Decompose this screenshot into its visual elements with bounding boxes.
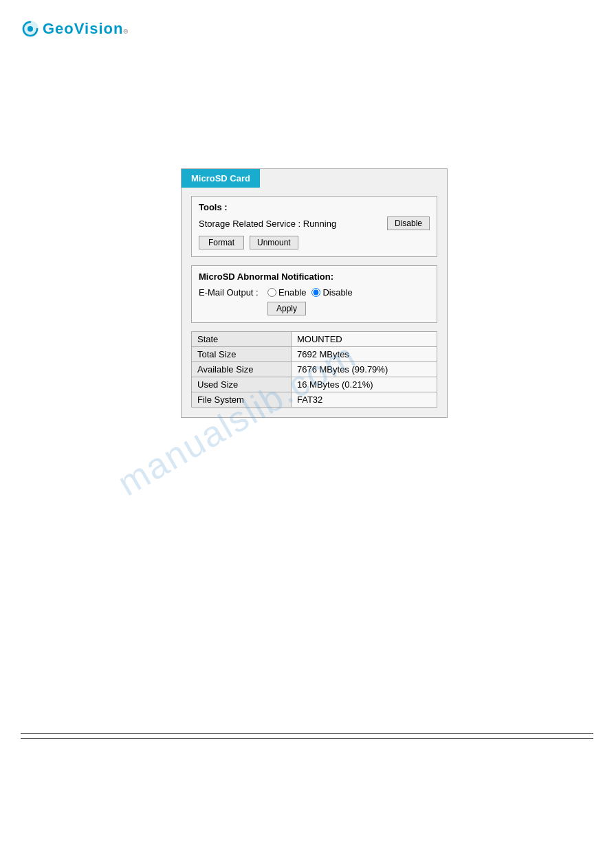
table-cell-label: File System xyxy=(192,392,292,408)
apply-row: Apply xyxy=(267,302,430,315)
table-row: StateMOUNTED xyxy=(192,332,437,347)
tools-section: Tools : Storage Related Service : Runnin… xyxy=(191,196,437,257)
logo: GeoVision ® xyxy=(21,19,128,38)
geovision-logo-icon xyxy=(21,19,40,38)
enable-option[interactable]: Enable xyxy=(267,287,306,298)
info-table: StateMOUNTEDTotal Size7692 MBytesAvailab… xyxy=(191,331,437,408)
table-cell-label: Available Size xyxy=(192,362,292,377)
bottom-divider-2 xyxy=(21,738,593,739)
microsd-tab[interactable]: MicroSD Card xyxy=(182,169,260,188)
tab-title: MicroSD Card xyxy=(191,173,250,183)
table-row: File SystemFAT32 xyxy=(192,392,437,408)
notification-title: MicroSD Abnormal Notification: xyxy=(199,271,430,282)
radio-group: Enable Disable xyxy=(267,287,353,298)
table-row: Used Size16 MBytes (0.21%) xyxy=(192,377,437,392)
table-cell-value: FAT32 xyxy=(292,392,437,408)
table-cell-value: MOUNTED xyxy=(292,332,437,347)
disable-radio[interactable] xyxy=(311,288,320,297)
table-cell-label: Used Size xyxy=(192,377,292,392)
bottom-divider-1 xyxy=(21,733,593,735)
table-cell-label: State xyxy=(192,332,292,347)
enable-label: Enable xyxy=(278,287,306,298)
service-row: Storage Related Service : Running Disabl… xyxy=(199,216,430,230)
enable-radio[interactable] xyxy=(267,288,276,297)
disable-button[interactable]: Disable xyxy=(387,216,430,230)
tools-label: Tools : xyxy=(199,202,430,212)
email-row: E-Mail Output : Enable Disable xyxy=(199,287,430,298)
action-buttons-row: Format Unmount xyxy=(199,236,430,249)
table-cell-value: 7676 MBytes (99.79%) xyxy=(292,362,437,377)
apply-button[interactable]: Apply xyxy=(267,302,306,315)
table-row: Available Size7676 MBytes (99.79%) xyxy=(192,362,437,377)
service-status-label: Storage Related Service : Running xyxy=(199,219,336,229)
disable-label: Disable xyxy=(322,287,352,298)
svg-point-1 xyxy=(28,26,33,32)
unmount-button[interactable]: Unmount xyxy=(250,236,298,249)
logo-reg: ® xyxy=(123,28,128,35)
table-cell-value: 7692 MBytes xyxy=(292,347,437,362)
table-cell-value: 16 MBytes (0.21%) xyxy=(292,377,437,392)
table-row: Total Size7692 MBytes xyxy=(192,347,437,362)
format-button[interactable]: Format xyxy=(199,236,244,249)
disable-option[interactable]: Disable xyxy=(311,287,352,298)
table-cell-label: Total Size xyxy=(192,347,292,362)
logo-text: GeoVision xyxy=(43,20,123,38)
email-output-label: E-Mail Output : xyxy=(199,287,261,298)
microsd-card-panel: MicroSD Card Tools : Storage Related Ser… xyxy=(181,168,448,418)
notification-section: MicroSD Abnormal Notification: E-Mail Ou… xyxy=(191,265,437,323)
